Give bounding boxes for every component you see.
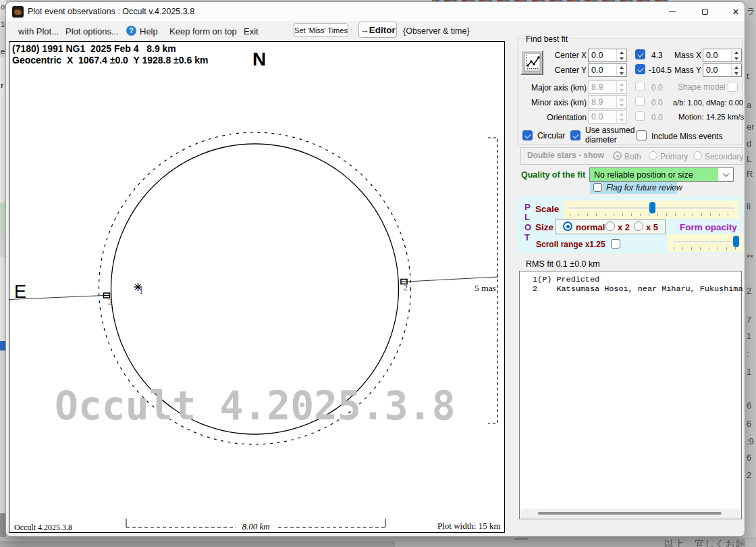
rms-label: RMS fit 0.1 ±0.0 km [526,259,600,269]
minor-axis-spinner: 8.9 [588,95,627,109]
dropdown-arrow[interactable] [718,168,733,181]
chord-number-right: 2 [404,283,408,293]
plot-letter-o: O [524,222,531,232]
opacity-slider-thumb[interactable] [733,236,739,247]
set-miss-times-button[interactable]: Set 'Miss' Times [294,23,348,37]
mass-y-spinner[interactable]: 0.0 [703,63,742,77]
use-assumed-label2: diameter [585,135,617,145]
minor-axis-label: Minor axis (km) [526,98,587,107]
shape-model-checkbox [728,82,738,92]
scale-label: Scale [535,204,559,214]
major-axis-checkbox [635,82,645,91]
app-window: Plot event observations : Occult v.4.202… [5,1,745,537]
circular-checkbox[interactable] [522,130,533,140]
plot-letter-t: T [524,232,530,242]
plot-letter-l: L [524,212,530,222]
mass-y-label: Mass Y [674,66,701,75]
primary-radio [649,151,657,160]
scroll-range-label: Scroll range x1.25 [536,240,605,249]
center-y-spinner[interactable]: 0.0 [588,63,627,77]
menu-help[interactable]: Help [140,26,158,36]
secondary-label: Secondary [705,152,743,161]
size-x2-label: x 2 [618,222,630,232]
chord-number-left: 2 [108,297,112,307]
scrollbar-thumb[interactable] [538,512,722,515]
minimize-icon [669,11,676,12]
primary-label: Primary [660,152,688,161]
maximize-icon [702,9,708,15]
center-y-label: Center Y [541,66,587,75]
spin-down-icon [620,57,624,60]
mas-scale-label: 5 mas [475,283,496,294]
secondary-radio [693,151,702,160]
east-label: E [14,282,26,303]
scale-slider-thumb[interactable] [649,202,655,213]
dx-checkbox[interactable] [635,49,645,59]
chevron-down-icon [722,170,729,177]
observer-time-label: {Observer & time} [403,26,470,36]
major-axis-label: Major axis (km) [526,83,587,93]
shape-model-label: Shape model [678,82,724,92]
spin-up-icon [620,51,624,54]
plot-letter-p: P [524,202,531,212]
find-best-fit-label: Find best fit [523,34,570,44]
circular-label: Circular [537,131,565,140]
fit-graph-button[interactable] [520,50,543,75]
watermark: Occult 4.2025.3.8 [55,386,456,425]
minor-axis-checkbox [635,97,645,106]
help-icon[interactable]: ? [126,26,136,36]
menu-keep-on-top[interactable]: Keep form on top [169,26,237,36]
mass-x-label: Mass X [674,51,701,60]
minimize-button[interactable] [657,2,688,21]
include-miss-label: Include Miss events [651,132,722,141]
app-icon [12,6,24,18]
menu-exit[interactable]: Exit [244,26,259,36]
plot-version-label: Occult 4.2025.3.8 [14,523,72,533]
orientation-label: Orientation [526,113,587,122]
north-label: N [252,49,266,70]
background-window-right: ラ t a er d L R li ** 2 7 1 : 1 6 6 :9 6 … [745,0,756,547]
dx-value: 4.3 [651,51,663,60]
star-number: 1 [139,286,143,296]
mass-x-spinner[interactable]: 0.0 [703,49,742,62]
motion-label: Motion: 14.25 km/s [678,113,744,121]
flag-checkbox[interactable] [593,183,602,192]
scale-slider[interactable] [564,201,739,219]
plot-title-line1: (7180) 1991 NG1 2025 Feb 4 8.9 km [12,43,176,54]
menu-plot-options[interactable]: Plot options... [65,26,119,36]
list-item[interactable]: 1(P) Predicted [533,275,599,284]
include-miss-checkbox[interactable] [637,130,647,140]
scroll-range-checkbox[interactable] [611,239,620,249]
editor-button[interactable]: →Editor [358,22,397,38]
opacity-slider[interactable] [668,234,743,252]
size-x5-radio[interactable] [634,222,643,231]
title-bar: Plot event observations : Occult v.4.202… [6,2,745,21]
maximize-button[interactable] [689,2,720,21]
flag-label: Flag for future review [606,183,682,192]
major-zero: 0.0 [651,83,663,93]
both-label: Both [624,152,641,161]
size-normal-radio[interactable] [563,222,572,231]
minor-zero: 0.0 [651,98,663,107]
ab-dmag-label: a/b: 1.00, dMag: 0.00 [673,99,743,107]
menu-with-plot[interactable]: with Plot... [18,26,59,36]
dy-checkbox[interactable] [635,64,645,74]
use-assumed-checkbox[interactable] [570,130,580,140]
quality-dropdown[interactable]: No reliable position or size [589,167,734,182]
background-window-bottom: 以上、宜しくお願い致 [0,537,756,547]
dy-value: -104.5 [649,66,672,75]
km-scale-label: 8.00 km [236,521,275,532]
plot-width-label: Plot width: 15 km [437,521,501,531]
horizontal-scrollbar[interactable] [520,509,740,518]
close-button[interactable]: ✕ [724,2,747,21]
observer-listbox[interactable]: 1(P) Predicted 2 Katsumasa Hosoi, near M… [519,271,742,519]
size-x2-radio[interactable] [605,222,615,231]
center-x-spinner[interactable]: 0.0 [588,49,627,62]
quality-label: Quality of the fit [521,170,585,180]
mas-bracket [488,138,497,423]
list-item[interactable]: 2 Katsumasa Hosoi, near Miharu, Fukushim… [533,284,743,294]
graph-icon [522,51,542,74]
plot-area: (7180) 1991 NG1 2025 Feb 4 8.9 km Geocen… [9,41,505,533]
plot-title-line2: Geocentric X 1067.4 ±0.0 Y 1928.8 ±0.6 k… [12,55,208,66]
occultation-plot [9,42,504,532]
